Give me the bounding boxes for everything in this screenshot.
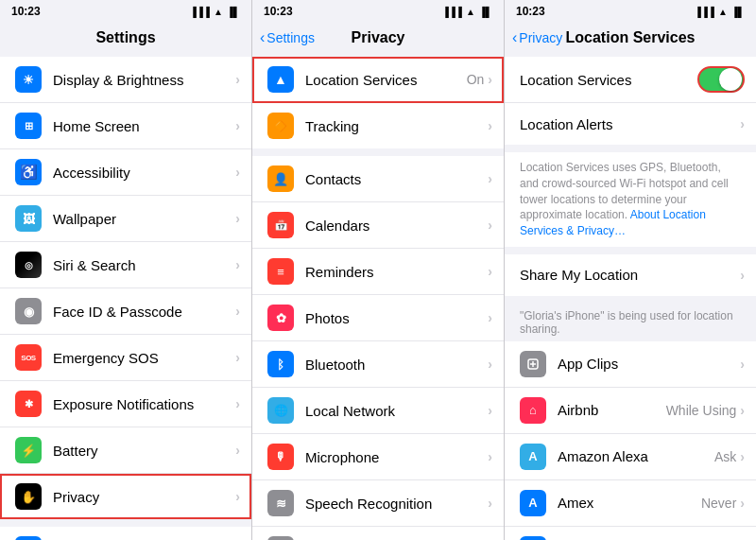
location-scroll[interactable]: Location Services Location Alerts › Loca… <box>505 57 756 540</box>
settings-item-display[interactable]: ☀ Display & Brightness › <box>0 57 251 103</box>
settings-scroll[interactable]: ☀ Display & Brightness › ⊞ Home Screen ›… <box>0 57 251 540</box>
airbnb-value: While Using <box>666 403 737 418</box>
location-top-section: Location Services Location Alerts › <box>505 57 756 145</box>
siri-label: Siri & Search <box>53 257 235 273</box>
appclips-icon <box>520 351 546 377</box>
app-item-airbnb[interactable]: ⌂ Airbnb While Using › <box>505 388 756 434</box>
app-item-amex[interactable]: A Amex Never › <box>505 480 756 527</box>
settings-item-homescreen[interactable]: ⊞ Home Screen › <box>0 103 251 149</box>
share-location-section: Share My Location › <box>505 254 756 296</box>
settings-item-battery[interactable]: ⚡ Battery › <box>0 427 251 474</box>
location-toggle-item[interactable]: Location Services <box>505 57 756 103</box>
settings-item-siri[interactable]: ◎ Siri & Search › <box>0 242 251 288</box>
back-chevron-2: ‹ <box>260 29 265 46</box>
accessibility-label: Accessibility <box>53 165 235 181</box>
privacy-label: Privacy <box>53 489 235 505</box>
battery-icon-2: ▐▌ <box>479 7 492 17</box>
sos-icon: SOS <box>15 344 42 371</box>
nav-bar-2: ‹ Settings Privacy <box>252 21 504 57</box>
amazon-value: Ask <box>714 449 736 464</box>
app-item-appclips[interactable]: App Clips › <box>505 341 756 388</box>
settings-item-appstore[interactable]: A App Store › <box>0 527 251 540</box>
settings-item-wallpaper[interactable]: 🖼 Wallpaper › <box>0 196 251 242</box>
location-toggle[interactable] <box>697 66 745 93</box>
settings-item-privacy[interactable]: ✋ Privacy › <box>0 474 251 519</box>
privacy-item-location[interactable]: ▲ Location Services On › <box>252 57 504 103</box>
share-my-location-item[interactable]: Share My Location › <box>505 254 756 296</box>
privacy-scroll[interactable]: ▲ Location Services On › 🔶 Tracking › 👤 … <box>252 57 504 540</box>
signal-icon-3: ▐▐▐ <box>695 7 714 17</box>
faceid-label: Face ID & Passcode <box>53 304 235 320</box>
location-back-button[interactable]: ‹ Privacy <box>512 29 562 46</box>
privacy-item-tracking[interactable]: 🔶 Tracking › <box>252 103 504 148</box>
signal-icon: ▐▐▐ <box>190 7 210 17</box>
settings-item-accessibility[interactable]: ♿ Accessibility › <box>0 149 251 196</box>
privacy-item-contacts[interactable]: 👤 Contacts › <box>252 156 504 202</box>
section-sep-1 <box>252 148 504 156</box>
appstore-icon: A <box>15 536 42 540</box>
privacy-section-2: 👤 Contacts › 📅 Calendars › ≡ Reminders ›… <box>252 156 504 540</box>
settings-section-1: ☀ Display & Brightness › ⊞ Home Screen ›… <box>0 57 251 519</box>
settings-item-exposure[interactable]: ✱ Exposure Notifications › <box>0 381 251 427</box>
status-time-2: 10:23 <box>264 5 293 18</box>
wifi-icon: ▲ <box>214 7 223 17</box>
wallpaper-label: Wallpaper <box>53 211 235 227</box>
privacy-item-microphone[interactable]: 🎙 Microphone › <box>252 434 504 480</box>
wallpaper-icon: 🖼 <box>15 205 42 232</box>
privacy-back-button[interactable]: ‹ Settings <box>260 29 315 46</box>
status-time-1: 10:23 <box>11 5 41 18</box>
settings-item-sos[interactable]: SOS Emergency SOS › <box>0 335 251 381</box>
privacy-photos-icon: ✿ <box>267 305 294 331</box>
tracking-icon: 🔶 <box>267 113 294 139</box>
nav-title-2: Privacy <box>352 29 405 46</box>
display-label: Display & Brightness <box>53 72 235 88</box>
nav-bar-1: Settings <box>0 21 251 57</box>
privacy-item-speech[interactable]: ≋ Speech Recognition › <box>252 480 504 527</box>
nav-title-1: Settings <box>95 29 155 46</box>
settings-item-faceid[interactable]: ◉ Face ID & Passcode › <box>0 288 251 335</box>
airbnb-label: Airbnb <box>558 402 666 418</box>
faceid-icon: ◉ <box>15 298 42 324</box>
apps-location-section: App Clips › ⌂ Airbnb While Using › A Ama… <box>505 341 756 540</box>
status-icons-2: ▐▐▐ ▲ ▐▌ <box>442 7 492 17</box>
app-item-amazon[interactable]: A Amazon Alexa Ask › <box>505 434 756 480</box>
location-description: Location Services uses GPS, Bluetooth, a… <box>505 152 756 247</box>
back-label-3: Privacy <box>519 30 562 45</box>
privacy-icon: ✋ <box>15 483 42 510</box>
exposure-icon: ✱ <box>15 391 42 417</box>
location-alerts-item[interactable]: Location Alerts › <box>505 103 756 145</box>
status-bar-1: 10:23 ▐▐▐ ▲ ▐▌ <box>0 0 251 21</box>
privacy-item-photos[interactable]: ✿ Photos › <box>252 295 504 341</box>
status-icons-3: ▐▐▐ ▲ ▐▌ <box>695 7 745 17</box>
airbnb-icon: ⌂ <box>520 397 546 424</box>
app-item-amtrak[interactable]: A Amtrak While Using › <box>505 527 756 540</box>
privacy-microphone-label: Microphone <box>305 449 488 465</box>
privacy-localnetwork-icon: 🌐 <box>267 397 294 424</box>
privacy-calendars-label: Calendars <box>305 218 488 234</box>
status-bar-2: 10:23 ▐▐▐ ▲ ▐▌ <box>252 0 504 21</box>
privacy-bluetooth-label: Bluetooth <box>305 357 488 373</box>
privacy-section-1: ▲ Location Services On › 🔶 Tracking › <box>252 57 504 148</box>
location-label: Location Services <box>305 72 467 88</box>
privacy-camera-icon: 📷 <box>267 536 294 540</box>
sharing-note: "Gloria's iPhone" is being used for loca… <box>505 304 756 341</box>
location-alerts-label: Location Alerts <box>520 116 740 132</box>
privacy-localnetwork-label: Local Network <box>305 403 488 419</box>
privacy-panel: 10:23 ▐▐▐ ▲ ▐▌ ‹ Settings Privacy ▲ Loca… <box>252 0 505 540</box>
privacy-item-camera[interactable]: 📷 Camera › <box>252 527 504 540</box>
privacy-item-bluetooth[interactable]: ᛒ Bluetooth › <box>252 341 504 388</box>
battery-status-icon: ⚡ <box>15 437 42 463</box>
amazon-label: Amazon Alexa <box>558 448 714 464</box>
wifi-icon-2: ▲ <box>466 7 475 17</box>
tracking-label: Tracking <box>305 118 488 134</box>
privacy-speech-icon: ≋ <box>267 490 294 516</box>
privacy-reminders-label: Reminders <box>305 264 488 280</box>
privacy-item-reminders[interactable]: ≡ Reminders › <box>252 249 504 295</box>
battery-icon-3: ▐▌ <box>731 7 745 17</box>
privacy-item-localnetwork[interactable]: 🌐 Local Network › <box>252 388 504 434</box>
amex-label: Amex <box>558 495 701 511</box>
status-time-3: 10:23 <box>516 5 545 18</box>
back-chevron-3: ‹ <box>512 29 517 46</box>
privacy-item-calendars[interactable]: 📅 Calendars › <box>252 202 504 249</box>
location-services-panel: 10:23 ▐▐▐ ▲ ▐▌ ‹ Privacy Location Servic… <box>505 0 756 540</box>
